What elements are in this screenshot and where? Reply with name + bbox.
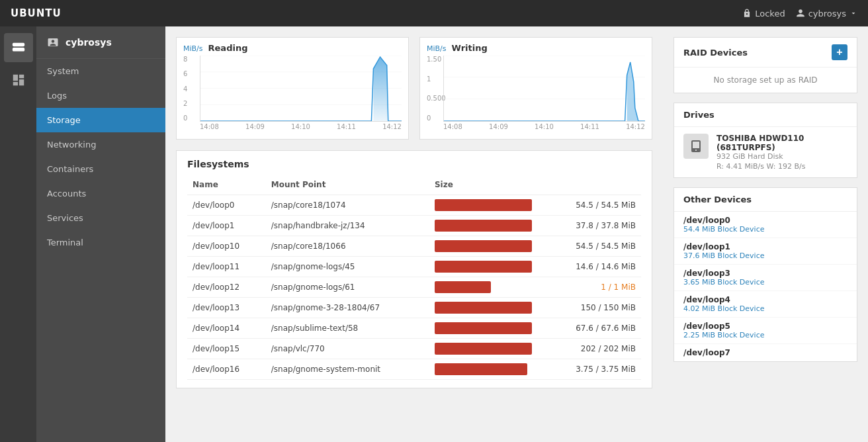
other-device-item[interactable]: /dev/loop1 37.6 MiB Block Device bbox=[674, 238, 857, 265]
fs-name: /dev/loop13 bbox=[187, 298, 266, 318]
writing-xaxis: 14:08 14:09 14:10 14:11 14:12 bbox=[443, 123, 645, 135]
fs-name: /dev/loop14 bbox=[187, 318, 266, 339]
other-device-type: 3.65 MiB Block Device bbox=[683, 278, 847, 287]
other-device-name: /dev/loop4 bbox=[683, 295, 847, 304]
other-devices-title: Other Devices bbox=[683, 195, 752, 204]
raid-add-button[interactable]: + bbox=[832, 44, 847, 60]
nav-item-accounts[interactable]: Accounts bbox=[36, 181, 165, 206]
other-device-item[interactable]: /dev/loop7 bbox=[674, 344, 857, 361]
fs-bar bbox=[435, 199, 532, 211]
nav-item-storage[interactable]: Storage bbox=[36, 108, 165, 132]
fs-size: 14.6 / 14.6 MiB bbox=[542, 257, 641, 277]
fs-mount: /snap/vlc/770 bbox=[266, 339, 429, 359]
nav-item-containers[interactable]: Containers bbox=[36, 157, 165, 181]
dashboard-icon bbox=[11, 73, 26, 87]
nav-item-networking[interactable]: Networking bbox=[36, 132, 165, 157]
fs-name: /dev/loop10 bbox=[187, 236, 266, 257]
fs-mount: /snap/gnome-logs/61 bbox=[266, 277, 429, 298]
user-icon bbox=[796, 9, 805, 18]
table-row[interactable]: /dev/loop1 /snap/handbrake-jz/134 37.8 /… bbox=[187, 216, 641, 236]
fs-bar-cell bbox=[429, 339, 542, 359]
topbar: UBUNTU Locked cybrosys bbox=[0, 0, 868, 26]
sidebar-icon-dashboard[interactable] bbox=[4, 66, 33, 95]
fs-mount: /snap/gnome-logs/45 bbox=[266, 257, 429, 277]
nav-item-system[interactable]: System bbox=[36, 59, 165, 83]
drive-stats: R: 4.41 MiB/s W: 192 B/s bbox=[716, 162, 847, 171]
chevron-down-icon bbox=[849, 9, 857, 17]
reading-title: Reading bbox=[208, 43, 248, 53]
fs-name: /dev/loop12 bbox=[187, 277, 266, 298]
fs-mount: /snap/gnome-3-28-1804/67 bbox=[266, 298, 429, 318]
other-device-type: 37.6 MiB Block Device bbox=[683, 251, 847, 260]
table-row[interactable]: /dev/loop0 /snap/core18/1074 54.5 / 54.5… bbox=[187, 195, 641, 216]
fs-bar-cell bbox=[429, 257, 542, 277]
nav-item-services[interactable]: Services bbox=[36, 206, 165, 230]
other-devices-list: /dev/loop0 54.4 MiB Block Device /dev/lo… bbox=[674, 212, 857, 361]
fs-bar bbox=[435, 240, 532, 252]
fs-size: 1 / 1 MiB bbox=[542, 277, 641, 298]
table-row[interactable]: /dev/loop12 /snap/gnome-logs/61 1 / 1 Mi… bbox=[187, 277, 641, 298]
svg-marker-4 bbox=[371, 57, 388, 121]
other-device-item[interactable]: /dev/loop3 3.65 MiB Block Device bbox=[674, 265, 857, 291]
other-device-item[interactable]: /dev/loop4 4.02 MiB Block Device bbox=[674, 291, 857, 318]
fs-bar-cell bbox=[429, 359, 542, 380]
drive-info: TOSHIBA HDWD110 (681TURPFS) 932 GiB Hard… bbox=[716, 134, 847, 171]
nav-sidebar: cybrosys System Logs Storage Networking … bbox=[36, 26, 165, 442]
nav-item-logs[interactable]: Logs bbox=[36, 83, 165, 108]
hdd-icon bbox=[688, 138, 704, 154]
fs-bar-cell bbox=[429, 277, 542, 298]
other-device-item[interactable]: /dev/loop0 54.4 MiB Block Device bbox=[674, 212, 857, 238]
drive-item[interactable]: TOSHIBA HDWD110 (681TURPFS) 932 GiB Hard… bbox=[674, 127, 857, 177]
other-device-item[interactable]: /dev/loop5 2.25 MiB Block Device bbox=[674, 318, 857, 344]
fs-bar bbox=[435, 261, 532, 273]
user-menu[interactable]: cybrosys bbox=[796, 9, 857, 19]
other-device-name: /dev/loop0 bbox=[683, 216, 847, 225]
fs-name: /dev/loop1 bbox=[187, 216, 266, 236]
writing-yaxis: 1.50 1 0.500 0 bbox=[427, 56, 441, 122]
fs-mount: /snap/core18/1066 bbox=[266, 236, 429, 257]
fs-size: 54.5 / 54.5 MiB bbox=[542, 195, 641, 216]
fs-size: 67.6 / 67.6 MiB bbox=[542, 318, 641, 339]
storage-icon bbox=[11, 40, 26, 55]
fs-size: 150 / 150 MiB bbox=[542, 298, 641, 318]
col-name: Name bbox=[187, 177, 266, 195]
fs-name: /dev/loop15 bbox=[187, 339, 266, 359]
main-layout: cybrosys System Logs Storage Networking … bbox=[0, 26, 868, 442]
fs-bar-cell bbox=[429, 318, 542, 339]
other-device-type: 4.02 MiB Block Device bbox=[683, 304, 847, 313]
fs-bar bbox=[435, 343, 532, 355]
writing-unit: MiB/s bbox=[427, 44, 447, 53]
locked-label: Locked bbox=[755, 9, 785, 19]
writing-svg bbox=[444, 56, 645, 121]
fs-mount: /snap/core18/1074 bbox=[266, 195, 429, 216]
drive-name: TOSHIBA HDWD110 (681TURPFS) bbox=[716, 134, 847, 152]
table-row[interactable]: /dev/loop15 /snap/vlc/770 202 / 202 MiB bbox=[187, 339, 641, 359]
reading-xaxis: 14:08 14:09 14:10 14:11 14:12 bbox=[200, 123, 402, 135]
reading-yaxis: 8 6 4 2 0 bbox=[183, 56, 198, 122]
table-row[interactable]: /dev/loop16 /snap/gnome-system-monit 3.7… bbox=[187, 359, 641, 380]
fs-name: /dev/loop11 bbox=[187, 257, 266, 277]
sidebar-icon-storage[interactable] bbox=[4, 33, 33, 62]
writing-chart: MiB/s Writing 1.50 1 0.500 0 bbox=[419, 37, 652, 140]
nav-item-terminal[interactable]: Terminal bbox=[36, 230, 165, 255]
topbar-right: Locked cybrosys bbox=[742, 9, 857, 19]
filesystems-card: Filesystems Name Mount Point Size /dev/l… bbox=[176, 150, 652, 388]
raid-card: RAID Devices + No storage set up as RAID bbox=[673, 37, 857, 93]
fs-bar bbox=[435, 281, 491, 293]
table-row[interactable]: /dev/loop13 /snap/gnome-3-28-1804/67 150… bbox=[187, 298, 641, 318]
fs-size: 54.5 / 54.5 MiB bbox=[542, 236, 641, 257]
host-icon bbox=[47, 36, 59, 48]
locked-status[interactable]: Locked bbox=[742, 9, 785, 19]
writing-chart-inner bbox=[443, 56, 645, 122]
fs-size: 202 / 202 MiB bbox=[542, 339, 641, 359]
table-row[interactable]: /dev/loop10 /snap/core18/1066 54.5 / 54.… bbox=[187, 236, 641, 257]
fs-bar bbox=[435, 363, 527, 375]
host-name: cybrosys bbox=[65, 37, 112, 48]
fs-bar-cell bbox=[429, 195, 542, 216]
other-devices-header: Other Devices bbox=[674, 188, 857, 212]
app-title: UBUNTU bbox=[11, 7, 62, 19]
drives-title: Drives bbox=[683, 110, 715, 120]
table-row[interactable]: /dev/loop11 /snap/gnome-logs/45 14.6 / 1… bbox=[187, 257, 641, 277]
fs-size: 3.75 / 3.75 MiB bbox=[542, 359, 641, 380]
table-row[interactable]: /dev/loop14 /snap/sublime-text/58 67.6 /… bbox=[187, 318, 641, 339]
